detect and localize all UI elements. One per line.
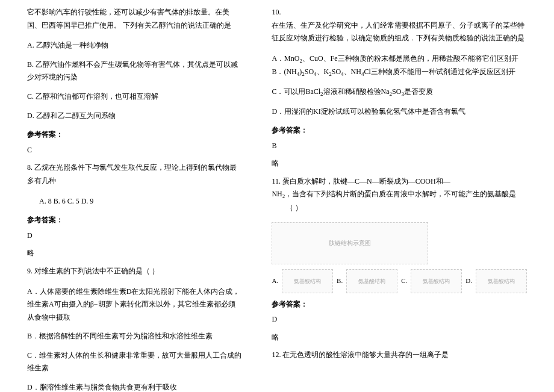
img-alt: 氨基酸结构: [358, 276, 385, 286]
answer-label: 参考答案：: [27, 214, 241, 227]
text: Cl三种物质不能用一种试剂通过化学反应区别开: [364, 67, 515, 76]
opt-a-label: A.: [272, 275, 278, 287]
opt-b-label: B.: [337, 275, 343, 287]
text: C．可以用BaCl: [272, 87, 320, 96]
q12-text: 12. 在无色透明的酸性溶液中能够大量共存的一组离子是: [272, 349, 527, 362]
omit-text: 略: [27, 247, 241, 260]
q11-text: 11. 蛋白质水解时，肽键—C—N—断裂成为—COOH和— NH2，当含有下列结…: [272, 175, 527, 215]
omit-text: 略: [272, 331, 527, 344]
text: NH: [272, 190, 282, 198]
img-alt: 氨基酸结构: [423, 276, 450, 286]
text: 、K: [317, 67, 329, 76]
opt-c-image: 氨基酸结构: [411, 269, 462, 293]
opt-b-image: 氨基酸结构: [346, 269, 397, 293]
answer-label: 参考答案：: [272, 124, 527, 137]
text: 溶液和稀硝酸检验Na: [323, 87, 390, 96]
q-opt-d: D. 乙醇和乙二醇互为同系物: [27, 110, 241, 123]
omit-text: 略: [272, 157, 527, 170]
q-opt-a: A. 乙醇汽油是一种纯净物: [27, 39, 241, 52]
text: ，当含有下列结构片断的蛋白质在胃液中水解时，不可能产生的氨基酸是: [285, 190, 516, 198]
text: SO: [305, 67, 314, 76]
q9-text: 9. 对维生素的下列说法中不正确的是（ ）: [27, 265, 241, 278]
q9-opt-d: D．脂溶性维生素与脂类食物共食更有利于吸收: [27, 381, 241, 392]
q10-answer: B: [272, 140, 527, 153]
q10-num: 10.: [272, 6, 527, 19]
q8-text: 8. 乙烷在光照条件下与氯气发生取代反应，理论上得到的氯代物最多有几种: [27, 161, 241, 187]
text: SO: [392, 87, 401, 96]
q11-answer: D: [272, 313, 527, 326]
text: （ ）: [286, 204, 302, 212]
q-opt-c: C. 乙醇和汽油都可作溶剂，也可相互溶解: [27, 90, 241, 104]
page-container: 它不影响汽车的行驶性能，还可以减少有害气体的排放量。在美国、巴西等国早已推广使用…: [0, 0, 554, 392]
text: 、NH: [344, 67, 361, 76]
q-opt-b: B. 乙醇汽油作燃料不会产生碳氧化物等有害气体，其优点是可以减少对环境的污染: [27, 58, 241, 84]
q10-opt-ab: A．MnO2、CuO、Fe三种物质的粉末都是黑色的，用稀盐酸不能将它们区别开 B…: [272, 52, 527, 79]
text: SO: [332, 67, 341, 76]
img-alt: 肽链结构示意图: [329, 238, 371, 249]
q9-opt-b: B．根据溶解性的不同维生素可分为脂溶性和水溶性维生素: [27, 330, 241, 343]
left-column: 它不影响汽车的行驶性能，还可以减少有害气体的排放量。在美国、巴西等国早已推广使用…: [18, 6, 257, 392]
opt-d-image: 氨基酸结构: [476, 269, 527, 293]
peptide-structure-image: 肽链结构示意图: [272, 222, 428, 264]
q8-options: A. 8 B. 6 C. 5 D. 9: [27, 195, 241, 208]
q10-text: 在生活、生产及化学研究中，人们经常需要根据不同原子、分子或离子的某些特征反应对物…: [272, 19, 527, 45]
answer-value: C: [27, 144, 241, 157]
text: 是否变质: [404, 87, 433, 96]
text: B．(NH: [272, 67, 296, 76]
text: 、CuO、Fe三种物质的粉末都是黑色的，用稀盐酸不能将它们区别开: [302, 54, 518, 63]
right-column: 10. 在生活、生产及化学研究中，人们经常需要根据不同原子、分子或离子的某些特征…: [257, 6, 536, 392]
q10-opt-d: D．用湿润的KI淀粉试纸可以检验氯化氢气体中是否含有氯气: [272, 105, 527, 119]
answer-label: 参考答案：: [272, 298, 527, 311]
q8-answer: D: [27, 229, 241, 243]
q9-opt-c: C．维生素对人体的生长和健康非常重要，故可大量服用人工合成的维生素: [27, 349, 241, 375]
q-intro: 它不影响汽车的行驶性能，还可以减少有害气体的排放量。在美国、巴西等国早已推广使用…: [27, 6, 241, 32]
answer-label: 参考答案：: [27, 128, 241, 142]
text: A．MnO: [272, 54, 299, 63]
img-alt: 氨基酸结构: [488, 276, 515, 286]
img-alt: 氨基酸结构: [294, 276, 321, 286]
q9-opt-a: A．人体需要的维生素除维生素D在太阳光照射下能在人体内合成，维生素A可由摄入的β…: [27, 285, 241, 325]
opt-c-label: C.: [401, 275, 407, 287]
q10-opt-c: C．可以用BaCl2溶液和稀硝酸检验Na2SO3是否变质: [272, 86, 527, 99]
text: 11. 蛋白质水解时，肽键—C—N—断裂成为—COOH和—: [272, 177, 450, 185]
opt-d-label: D.: [465, 275, 472, 287]
q11-options-row: A. 氨基酸结构 B. 氨基酸结构 C. 氨基酸结构 D. 氨基酸结构: [272, 269, 527, 293]
opt-a-image: 氨基酸结构: [282, 269, 333, 293]
